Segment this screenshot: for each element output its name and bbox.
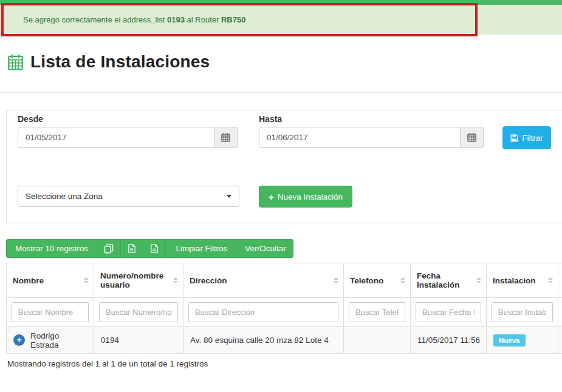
alert-router-name: RB750: [221, 15, 245, 24]
cell-telefono: [344, 327, 411, 354]
table-header-row: Nombre Numero/nombre usuario Dirección T…: [7, 263, 562, 298]
mostrar-registros-button[interactable]: Mostrar 10 registros: [6, 239, 97, 258]
table-toolbar: Mostrar 10 registros Limpiar: [6, 239, 293, 258]
export-excel-button[interactable]: [120, 239, 143, 258]
status-badge: Nueva: [493, 334, 526, 346]
sort-icon: [476, 277, 481, 283]
row-nombre-text: Rodrigo Estrada: [30, 331, 89, 350]
filter-panel: Desde Hasta: [6, 110, 562, 223]
nueva-instalacion-button[interactable]: + Nueva Instalación: [259, 186, 352, 208]
ver-ocultar-label: Ver/Ocultar: [245, 244, 286, 253]
search-direccion-input[interactable]: [188, 302, 338, 322]
desde-calendar-addon[interactable]: [214, 127, 238, 148]
search-instalacion-input[interactable]: [492, 302, 553, 322]
cell-numero: 0194: [94, 327, 183, 354]
ver-ocultar-button[interactable]: Ver/Ocultar: [238, 239, 293, 258]
title-divider: [0, 92, 562, 93]
search-telefono-input[interactable]: [349, 302, 405, 322]
cell-direccion: Av. 80 esquina calle 20 mza 82 Lote 4: [183, 327, 344, 354]
save-icon: [510, 134, 518, 142]
hasta-label: Hasta: [259, 114, 282, 124]
column-header-clipped: [558, 263, 562, 298]
column-header-telefono[interactable]: Telefono: [344, 263, 411, 298]
cell-fecha: 11/05/2017 11:56: [411, 327, 487, 354]
cell-instalacion: Nueva: [487, 327, 558, 354]
limpiar-filtros-button[interactable]: Limpiar Filtros: [165, 239, 238, 258]
cell-nombre: Rodrigo Estrada: [7, 327, 94, 354]
column-header-instalacion[interactable]: Instalacion: [487, 263, 558, 298]
hasta-calendar-addon[interactable]: [461, 127, 484, 148]
plus-icon: +: [269, 192, 274, 202]
column-header-numero-usuario[interactable]: Numero/nombre usuario: [94, 263, 183, 298]
desde-date-input[interactable]: [18, 127, 214, 148]
export-pdf-button[interactable]: [143, 239, 166, 258]
installations-table: Nombre Numero/nombre usuario Dirección T…: [6, 263, 562, 354]
column-header-nombre[interactable]: Nombre: [7, 263, 94, 298]
page-title-text: Lista de Instalaciones: [30, 52, 210, 72]
pdf-icon: [150, 244, 159, 253]
search-fecha-input[interactable]: [416, 302, 481, 322]
search-nombre-input[interactable]: [12, 302, 89, 322]
zona-select[interactable]: Seleccione una Zona: [18, 186, 239, 207]
calendar-icon: [221, 133, 230, 142]
chevron-down-icon: [227, 195, 231, 198]
search-numero-input[interactable]: [99, 302, 178, 322]
records-summary: Mostrando registros del 1 al 1 de un tot…: [7, 359, 208, 368]
excel-icon: [128, 244, 136, 253]
success-alert: Se agrego correctamente el address_list …: [0, 5, 562, 35]
filtrar-button-label: Filtrar: [522, 133, 543, 143]
desde-label: Desde: [18, 114, 43, 124]
copy-button[interactable]: [97, 239, 121, 258]
desde-input-group: [18, 127, 238, 148]
sort-icon: [400, 277, 405, 283]
page-title: Lista de Instalaciones: [7, 52, 210, 72]
alert-address-list-id: 0193: [167, 15, 185, 24]
sort-icon: [548, 277, 553, 283]
filtrar-button[interactable]: Filtrar: [502, 126, 551, 149]
hasta-input-group: [259, 127, 484, 148]
expand-row-icon[interactable]: [13, 334, 25, 346]
calendar-icon: [467, 133, 476, 142]
table-row: Rodrigo Estrada 0194 Av. 80 esquina call…: [7, 327, 562, 354]
alert-text: Se agrego correctamente el address_list …: [23, 15, 245, 24]
mostrar-registros-label: Mostrar 10 registros: [15, 244, 88, 253]
zona-selected-value: Seleccione una Zona: [26, 192, 103, 201]
column-header-fecha-instalacion[interactable]: Fecha Instalación: [411, 263, 487, 298]
column-header-direccion[interactable]: Dirección: [183, 263, 344, 298]
hasta-date-input[interactable]: [259, 127, 461, 148]
top-accent-bar: [0, 0, 562, 5]
calendar-icon: [7, 54, 24, 70]
sort-icon: [173, 277, 178, 283]
cell-clipped: [558, 327, 562, 354]
sort-icon: [334, 277, 338, 283]
column-search-row: [7, 298, 562, 327]
search-cell-clipped: [558, 298, 562, 327]
limpiar-filtros-label: Limpiar Filtros: [176, 244, 228, 253]
copy-icon: [104, 244, 114, 254]
sort-icon: [84, 277, 89, 283]
nueva-instalacion-label: Nueva Instalación: [278, 192, 343, 201]
